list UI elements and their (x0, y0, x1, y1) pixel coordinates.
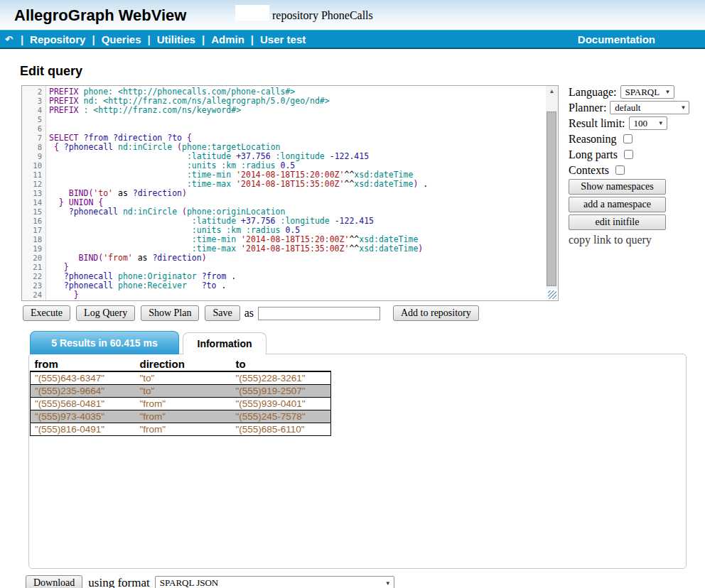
line-number: 4 (22, 106, 46, 115)
tab-results[interactable]: 5 Results in 60.415 ms (30, 331, 179, 354)
code-line: 5 (22, 115, 558, 124)
line-number: 14 (22, 198, 46, 207)
table-row: "(555)643-6347""to""(555)228-3261" (31, 371, 331, 385)
table-row: "(555)816-0491""from""(555)685-6110" (31, 423, 331, 436)
planner-select[interactable]: default ▼ (610, 101, 689, 114)
line-number: 11 (22, 170, 46, 180)
reasoning-label: Reasoning (569, 133, 617, 146)
execute-button[interactable]: Execute (23, 305, 70, 321)
line-number: 19 (22, 244, 46, 254)
long-parts-checkbox[interactable] (624, 150, 633, 159)
nav-separator: | (202, 33, 205, 45)
repository-label: repository PhoneCalls (272, 9, 373, 22)
line-number: 13 (22, 189, 46, 198)
chevron-down-icon: ▼ (665, 89, 671, 95)
code-line: 20 BIND('from' as ?direction) (22, 254, 558, 263)
table-cell: "to" (136, 385, 232, 398)
language-label: Language: (569, 86, 617, 99)
nav-item-repository[interactable]: Repository (30, 33, 85, 45)
column-header-to: to (232, 357, 331, 371)
line-number: 20 (22, 254, 46, 263)
line-number: 16 (22, 217, 46, 226)
save-as-label: as (244, 307, 254, 320)
results-panel: fromdirectionto"(555)643-6347""to""(555)… (28, 354, 687, 569)
nav-item-documentation[interactable]: Documentation (578, 33, 655, 45)
add-to-repository-button[interactable]: Add to repository (393, 305, 479, 321)
log-query-button[interactable]: Log Query (76, 305, 135, 321)
table-cell: "(555)245-7578" (232, 410, 331, 423)
line-number: 24 (22, 290, 46, 300)
edit-initfile-button[interactable]: edit initfile (569, 214, 666, 230)
show-plan-button[interactable]: Show Plan (141, 305, 199, 321)
code-text: BIND('from' as ?direction) (46, 254, 207, 263)
language-select[interactable]: SPARQL ▼ (620, 85, 674, 99)
show-namespaces-button[interactable]: Show namespaces (569, 179, 666, 195)
copy-link-to-query[interactable]: copy link to query (569, 234, 705, 246)
tab-information[interactable]: Information (183, 332, 267, 354)
download-button[interactable]: Download (26, 575, 82, 588)
planner-label: Planner: (569, 102, 606, 114)
result-limit-select[interactable]: 100 ▼ (629, 116, 667, 130)
table-cell: "from" (136, 423, 232, 436)
result-limit-label: Result limit: (569, 117, 625, 130)
save-name-input[interactable] (258, 307, 380, 320)
editor-resize-grip-icon[interactable] (548, 290, 556, 299)
chevron-down-icon: ▼ (680, 104, 686, 111)
using-format-label: using format (88, 576, 149, 588)
scroll-up-arrow-icon[interactable]: ▲ (546, 86, 558, 97)
results-tabs: 5 Results in 60.415 ms Information (30, 331, 705, 354)
table-cell: "from" (136, 410, 232, 423)
add-namespace-button[interactable]: add a namespace (569, 197, 666, 212)
line-number: 21 (22, 263, 46, 272)
nav-bar: ↶ | Repository | Queries | Utilities | A… (0, 30, 705, 49)
nav-separator: | (21, 33, 23, 45)
table-row: "(555)973-4035""from""(555)245-7578" (31, 410, 331, 423)
results-table: fromdirectionto"(555)643-6347""to""(555)… (30, 357, 331, 436)
line-number: 7 (22, 134, 46, 143)
table-cell: "to" (136, 371, 232, 385)
nav-item-user-test[interactable]: User test (260, 33, 306, 45)
table-cell: "(555)973-4035" (31, 410, 136, 423)
table-cell: "(555)919-2507" (232, 385, 331, 398)
table-row: "(555)568-0481""from""(555)939-0401" (31, 398, 331, 410)
line-number: 2 (22, 87, 46, 97)
code-text (46, 115, 49, 124)
table-cell: "(555)643-6347" (31, 371, 136, 385)
download-format-select[interactable]: SPARQL JSON ▼ (155, 576, 394, 588)
nav-item-queries[interactable]: Queries (102, 33, 141, 45)
query-editor[interactable]: 2PREFIX phone: <http://phonecalls.com/ph… (21, 85, 559, 301)
line-number: 23 (22, 281, 46, 290)
scrollbar-thumb[interactable] (547, 111, 556, 286)
long-parts-label: Long parts (569, 148, 618, 161)
nav-item-utilities[interactable]: Utilities (157, 33, 195, 45)
chevron-down-icon: ▼ (385, 580, 391, 587)
line-number: 15 (22, 207, 46, 217)
table-row: "(555)235-9664""to""(555)919-2507" (31, 385, 331, 398)
save-button[interactable]: Save (205, 305, 240, 321)
column-header-from: from (31, 357, 136, 371)
editor-scrollbar[interactable]: ▲ (546, 86, 558, 289)
contexts-checkbox[interactable] (615, 165, 625, 175)
column-header-direction: direction (136, 357, 232, 371)
nav-separator: | (148, 33, 151, 45)
header-blank-box (235, 5, 269, 21)
table-cell: "(555)568-0481" (31, 398, 136, 410)
back-icon[interactable]: ↶ (5, 34, 13, 45)
nav-item-admin[interactable]: Admin (211, 33, 244, 45)
code-line: 4PREFIX : <http://franz.com/ns/keyword#> (22, 106, 558, 115)
main-row: 2PREFIX phone: <http://phonecalls.com/ph… (21, 85, 705, 301)
nav-separator: | (251, 33, 254, 45)
line-number: 10 (22, 161, 46, 170)
line-number: 6 (22, 124, 46, 134)
contexts-label: Contexts (569, 164, 609, 177)
query-options-sidebar: Language: SPARQL ▼ Planner: default ▼ Re… (569, 85, 705, 246)
page-title: Edit query (20, 64, 705, 79)
app-title: AllegroGraph WebView (14, 6, 186, 25)
line-number: 17 (22, 226, 46, 235)
line-number: 18 (22, 235, 46, 244)
line-number: 22 (22, 272, 46, 281)
reasoning-checkbox[interactable] (623, 134, 633, 143)
table-cell: "from" (136, 398, 232, 410)
table-cell: "(555)939-0401" (232, 398, 331, 410)
query-actions-row: Execute Log Query Show Plan Save as Add … (23, 305, 705, 321)
